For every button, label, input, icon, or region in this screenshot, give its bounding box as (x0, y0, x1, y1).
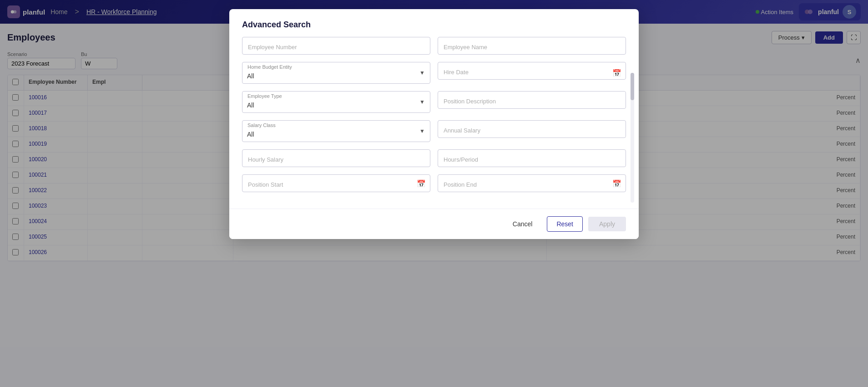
position-end-field: 📅 (438, 174, 626, 192)
reset-button[interactable]: Reset (547, 216, 583, 232)
annual-salary-field (438, 120, 626, 142)
apply-button[interactable]: Apply (588, 217, 626, 231)
cancel-button[interactable]: Cancel (504, 217, 542, 231)
advanced-search-modal: Advanced Search Home Budget Entity (229, 9, 639, 239)
employee-number-input[interactable] (242, 37, 430, 55)
hire-date-calendar-icon[interactable]: 📅 (612, 69, 621, 77)
employee-name-field (438, 37, 626, 55)
position-start-field: 📅 (242, 174, 430, 192)
form-row-6: 📅 📅 (242, 174, 626, 192)
position-end-input[interactable] (438, 174, 626, 192)
form-row-2: Home Budget Entity All ▼ 📅 (242, 62, 626, 84)
position-end-calendar-icon[interactable]: 📅 (612, 179, 621, 188)
hourly-salary-field (242, 149, 430, 167)
home-budget-entity-select[interactable]: All (242, 62, 430, 84)
form-row-4: Salary Class All ▼ (242, 120, 626, 142)
hours-period-input[interactable] (438, 149, 626, 167)
modal-body: Home Budget Entity All ▼ 📅 Employee Type… (229, 37, 639, 209)
annual-salary-input[interactable] (438, 120, 626, 138)
salary-class-field: Salary Class All ▼ (242, 120, 430, 142)
position-start-input[interactable] (242, 174, 430, 192)
position-description-input[interactable] (438, 91, 626, 109)
hourly-salary-input[interactable] (242, 149, 430, 167)
modal-title: Advanced Search (229, 9, 639, 37)
hours-period-field (438, 149, 626, 167)
employee-number-field (242, 37, 430, 55)
position-start-calendar-icon[interactable]: 📅 (417, 179, 426, 188)
employee-type-field: Employee Type All ▼ (242, 91, 430, 113)
hire-date-field: 📅 (438, 62, 626, 84)
scroll-indicator (631, 73, 634, 203)
employee-type-select[interactable]: All (242, 91, 430, 113)
hire-date-input[interactable] (438, 62, 626, 80)
scroll-thumb (631, 73, 634, 100)
form-row-5 (242, 149, 626, 167)
salary-class-select[interactable]: All (242, 120, 430, 142)
home-budget-entity-field: Home Budget Entity All ▼ (242, 62, 430, 84)
modal-overlay: Advanced Search Home Budget Entity (0, 0, 868, 387)
employee-name-input[interactable] (438, 37, 626, 55)
modal-footer: Cancel Reset Apply (229, 209, 639, 239)
position-description-field (438, 91, 626, 113)
form-row-3: Employee Type All ▼ (242, 91, 626, 113)
form-row-1 (242, 37, 626, 55)
